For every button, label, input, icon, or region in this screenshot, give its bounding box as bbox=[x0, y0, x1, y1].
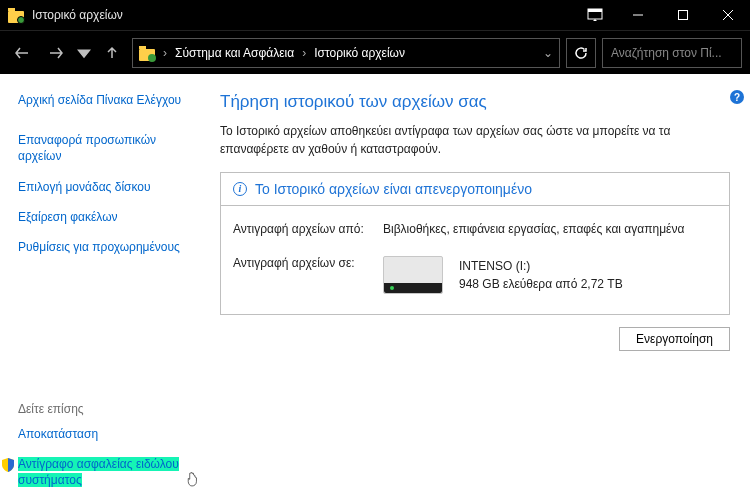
sidebar-home-link[interactable]: Αρχική σελίδα Πίνακα Ελέγχου bbox=[18, 92, 198, 108]
main-pane: ? Τήρηση ιστορικού των αρχείων σας Το Ισ… bbox=[208, 74, 750, 500]
sidebar-item-exclude-folders[interactable]: Εξαίρεση φακέλων bbox=[18, 209, 198, 225]
up-button[interactable] bbox=[98, 39, 126, 67]
forward-button[interactable] bbox=[42, 39, 70, 67]
navbar: › Σύστημα και Ασφάλεια › Ιστορικό αρχείω… bbox=[0, 30, 750, 74]
status-panel: Το Ιστορικό αρχείων είναι απενεργοποιημέ… bbox=[220, 172, 730, 315]
location-icon bbox=[139, 45, 155, 61]
copy-from-value: Βιβλιοθήκες, επιφάνεια εργασίας, επαφές … bbox=[383, 222, 684, 236]
sidebar: Αρχική σελίδα Πίνακα Ελέγχου Επαναφορά π… bbox=[0, 74, 208, 500]
breadcrumb-current[interactable]: Ιστορικό αρχείων bbox=[314, 46, 405, 60]
chevron-right-icon: › bbox=[163, 46, 167, 60]
titlebar: Ιστορικό αρχείων bbox=[0, 0, 750, 30]
see-also-heading: Δείτε επίσης bbox=[18, 402, 198, 416]
sidebar-item-advanced-settings[interactable]: Ρυθμίσεις για προχωρημένους bbox=[18, 239, 198, 255]
refresh-button[interactable] bbox=[566, 38, 596, 68]
minimize-button[interactable] bbox=[615, 0, 660, 30]
back-button[interactable] bbox=[8, 39, 36, 67]
maximize-button[interactable] bbox=[660, 0, 705, 30]
help-icon[interactable]: ? bbox=[730, 90, 744, 104]
drive-icon bbox=[383, 256, 443, 294]
see-also-recovery[interactable]: Αποκατάσταση bbox=[18, 426, 198, 442]
window-title: Ιστορικό αρχείων bbox=[32, 8, 123, 22]
breadcrumb-parent[interactable]: Σύστημα και Ασφάλεια bbox=[175, 46, 294, 60]
svg-rect-3 bbox=[678, 11, 687, 20]
address-bar[interactable]: › Σύστημα και Ασφάλεια › Ιστορικό αρχείω… bbox=[132, 38, 560, 68]
chevron-right-icon: › bbox=[302, 46, 306, 60]
copy-from-label: Αντιγραφή αρχείων από: bbox=[233, 222, 383, 236]
sidebar-item-restore-files[interactable]: Επαναφορά προσωπικών αρχείων bbox=[18, 132, 198, 164]
sidebar-item-select-drive[interactable]: Επιλογή μονάδας δίσκου bbox=[18, 179, 198, 195]
status-text: Το Ιστορικό αρχείων είναι απενεργοποιημέ… bbox=[255, 181, 532, 197]
page-description: Το Ιστορικό αρχείων αποθηκεύει αντίγραφα… bbox=[220, 122, 730, 158]
search-placeholder: Αναζήτηση στον Πί... bbox=[611, 46, 722, 60]
drive-name: INTENSO (I:) bbox=[459, 257, 623, 275]
history-dropdown-button[interactable] bbox=[76, 39, 92, 67]
enable-button[interactable]: Ενεργοποίηση bbox=[619, 327, 730, 351]
info-icon bbox=[233, 182, 247, 196]
see-also-system-image-backup[interactable]: Αντίγραφο ασφαλείας ειδώλου συστήματος bbox=[18, 456, 188, 488]
copy-to-label: Αντιγραφή αρχείων σε: bbox=[233, 256, 383, 294]
page-title: Τήρηση ιστορικού των αρχείων σας bbox=[220, 92, 730, 112]
shield-icon bbox=[2, 458, 14, 472]
drive-free-space: 948 GB ελεύθερα από 2,72 TB bbox=[459, 275, 623, 293]
ribbon-toggle-button[interactable] bbox=[575, 8, 615, 22]
svg-rect-1 bbox=[588, 9, 602, 12]
search-input[interactable]: Αναζήτηση στον Πί... bbox=[602, 38, 742, 68]
chevron-down-icon[interactable]: ⌄ bbox=[543, 46, 553, 60]
highlighted-link-text: Αντίγραφο ασφαλείας ειδώλου συστήματος bbox=[18, 457, 179, 487]
close-button[interactable] bbox=[705, 0, 750, 30]
app-icon bbox=[8, 7, 24, 23]
